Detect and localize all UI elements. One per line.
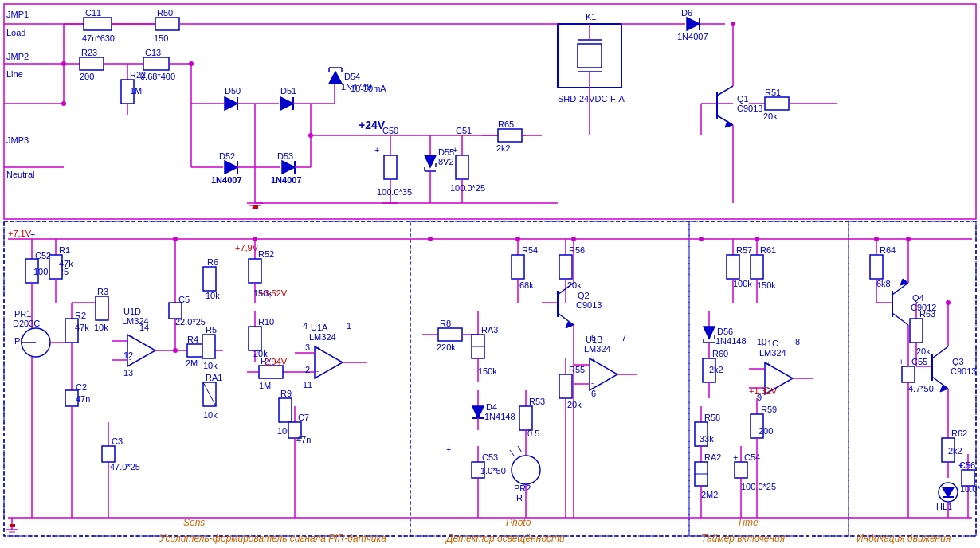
photo-sub-label: Photo <box>506 517 531 528</box>
ra2-val: 2M2 <box>701 490 718 499</box>
svg-rect-77 <box>498 129 522 142</box>
c7-ref: C7 <box>298 413 309 422</box>
svg-text:-: - <box>316 367 319 375</box>
u1d-ref: U1D <box>123 307 141 316</box>
svg-point-286 <box>874 237 879 241</box>
svg-rect-166 <box>259 366 283 378</box>
u1b-val: LM324 <box>584 344 611 354</box>
r7-val: 1M <box>259 381 271 390</box>
svg-text:+: + <box>129 333 133 341</box>
neutral-label: Neutral <box>6 170 34 179</box>
u1a-ref: U1A <box>311 323 328 332</box>
c53-plus: + <box>446 444 451 454</box>
d53-ref: D53 <box>277 151 293 161</box>
svg-point-266 <box>946 300 951 305</box>
svg-text:+: + <box>766 361 770 369</box>
c51-val: 100.0*25 <box>450 183 485 193</box>
r3-ref: R3 <box>97 287 108 296</box>
svg-rect-209 <box>559 374 572 398</box>
svg-rect-247 <box>870 255 883 279</box>
d52-ref: D52 <box>219 151 235 161</box>
c54-plus: + <box>733 452 738 462</box>
c52-ref: C52 <box>35 251 51 260</box>
c11-ref: C11 <box>85 8 101 18</box>
svg-rect-104 <box>410 221 689 536</box>
q4-ref: Q4 <box>912 293 924 303</box>
svg-rect-241 <box>735 462 747 478</box>
r23-val: 200 <box>80 72 94 81</box>
r4-ref: R4 <box>187 335 198 344</box>
d6-ref: D6 <box>681 8 692 18</box>
svg-marker-88 <box>687 18 700 30</box>
svg-text:+: + <box>591 357 595 365</box>
svg-line-213 <box>518 446 522 452</box>
r61-val: 150k <box>757 280 776 290</box>
ra3-val: 150k <box>478 366 497 376</box>
d6-val: 1N4007 <box>677 32 708 41</box>
ra2-ref: RA2 <box>704 452 721 462</box>
r56-val: 20k <box>567 280 582 290</box>
r6-val: 10k <box>206 291 220 300</box>
u1d-pin12: 12 <box>123 350 133 360</box>
time-section-label: Таймер включения <box>701 533 786 544</box>
svg-marker-224 <box>704 327 715 339</box>
u1c-pin10: 10 <box>757 337 766 346</box>
voltage-24v: +24V <box>359 119 386 131</box>
svg-rect-151 <box>202 335 215 358</box>
jmp1-label: JMP1 <box>6 10 29 19</box>
r55-ref: R55 <box>569 365 585 374</box>
c50-plus: + <box>374 145 379 155</box>
c52-plus: + <box>30 229 35 239</box>
svg-rect-73 <box>456 155 468 179</box>
svg-line-262 <box>932 346 948 358</box>
hl1-ref: HL1 <box>936 502 952 511</box>
r2-val: 47k <box>75 323 89 332</box>
r59-val: 200 <box>759 426 773 436</box>
svg-rect-143 <box>169 303 182 319</box>
u1b-pin6: 6 <box>591 389 596 398</box>
u1a-pin4: 4 <box>303 321 308 331</box>
r23-ref: R23 <box>81 48 97 57</box>
shd-val: SHD-24VDC-F-A <box>558 94 625 104</box>
q2-val: C9013 <box>576 300 602 310</box>
svg-rect-82 <box>578 44 602 68</box>
ra3-ref: RA3 <box>481 325 498 335</box>
photo-section-label: Детектор освещённости <box>445 533 565 544</box>
sens-section-label: Усилитель-формирователь сигнала PIR-датч… <box>159 533 386 544</box>
svg-line-255 <box>892 313 908 325</box>
d4-val: 1N4148 <box>484 412 515 421</box>
d53-val: 1N4007 <box>271 175 302 185</box>
svg-marker-37 <box>225 161 237 174</box>
svg-marker-188 <box>566 322 574 328</box>
pr1-ref: PR1 <box>14 309 31 319</box>
svg-rect-15 <box>80 57 104 70</box>
c2-val: 47n <box>76 394 90 404</box>
svg-line-212 <box>510 450 514 456</box>
d50-ref: D50 <box>225 86 241 96</box>
sens-sub-label: Sens <box>183 517 205 528</box>
r51-val: 20k <box>763 112 778 121</box>
schematic-container: JMP1 JMP2 JMP3 Load Line Neutral C11 47n… <box>0 0 980 548</box>
c56-ref: C56 <box>959 460 975 470</box>
c54-ref: C54 <box>744 452 760 462</box>
svg-rect-18 <box>143 57 169 70</box>
r10-ref: R10 <box>258 317 274 327</box>
u1a-val: LM324 <box>309 332 336 342</box>
r64-ref: R64 <box>880 245 896 255</box>
c51-plus: + <box>453 145 457 155</box>
r62-val: 2k2 <box>948 446 962 456</box>
svg-point-285 <box>755 237 759 241</box>
svg-marker-33 <box>280 97 293 110</box>
q3-ref: Q3 <box>952 357 964 366</box>
r60-ref: R60 <box>712 349 728 358</box>
svg-text:-: - <box>591 379 594 387</box>
svg-marker-57 <box>329 72 342 84</box>
r64-val: 6k8 <box>876 279 891 288</box>
r4-val: 2M <box>186 358 198 368</box>
svg-marker-264 <box>940 386 948 392</box>
c55-ref: C55 <box>911 357 927 366</box>
voltage-132-label: +1,32V <box>749 386 778 396</box>
ra1-ref: RA1 <box>206 373 222 382</box>
svg-marker-96 <box>725 121 733 127</box>
svg-rect-10 <box>155 18 179 30</box>
